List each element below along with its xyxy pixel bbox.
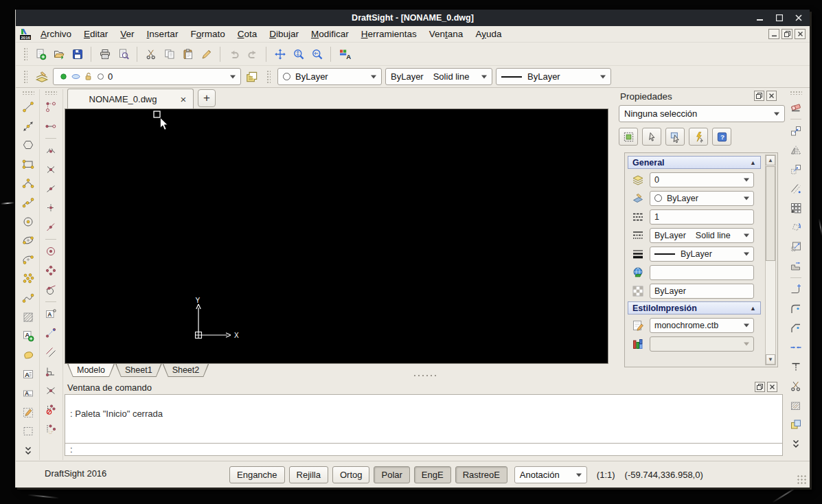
scroll-down-icon[interactable]: ▼ [766, 354, 775, 365]
menu-cota[interactable]: Cota [231, 27, 264, 41]
smart-note-icon[interactable]: A [21, 329, 36, 344]
new-file-button[interactable] [31, 45, 49, 63]
midpoint-icon[interactable] [43, 181, 58, 196]
quadrant-points-icon[interactable] [43, 263, 58, 278]
redo-button[interactable] [243, 45, 262, 63]
snap-disable-icon[interactable] [43, 402, 58, 417]
mdi-close-icon[interactable] [795, 29, 806, 39]
format-painter-icon[interactable] [199, 47, 214, 62]
edit-annotation-icon[interactable] [21, 405, 36, 420]
toolbar-grip[interactable] [790, 91, 802, 95]
scale-icon[interactable] [788, 239, 803, 254]
ellipse-arc-icon[interactable] [21, 252, 36, 267]
sheet-tab-modelo[interactable]: Modelo [67, 364, 115, 377]
line-icon[interactable] [21, 100, 36, 115]
redo-icon[interactable] [245, 47, 260, 62]
perpendicular-foot-icon[interactable] [43, 201, 58, 216]
snap-from-icon[interactable]: ☞ [43, 422, 58, 437]
lineweight-field[interactable]: ByLayer [650, 247, 754, 262]
copy-button[interactable] [160, 45, 179, 63]
menu-ver[interactable]: Ver [114, 27, 140, 41]
toggle-rastreoe[interactable]: RastreoE [455, 466, 507, 483]
simple-note-icon[interactable]: A [21, 386, 36, 401]
line-color-dropdown[interactable]: ByLayer [277, 68, 382, 85]
quick-select-button[interactable] [689, 128, 708, 146]
close-panel-icon[interactable] [766, 91, 777, 101]
paste-icon[interactable] [181, 47, 196, 62]
pan-icon[interactable] [273, 47, 288, 62]
menu-ventana[interactable]: Ventana [423, 27, 470, 41]
tangent-point-icon[interactable] [43, 282, 58, 297]
open-file-icon[interactable] [52, 47, 67, 62]
collapse-icon[interactable]: ▲ [750, 159, 756, 166]
stretch-icon[interactable] [788, 258, 803, 273]
intersection-snap-icon[interactable] [43, 383, 58, 398]
hatch-icon[interactable] [21, 310, 36, 325]
split-point-icon[interactable] [43, 143, 58, 158]
new-file-icon[interactable] [33, 47, 48, 62]
float-panel-icon[interactable] [755, 382, 765, 392]
center-point-icon[interactable] [43, 244, 58, 259]
extension-snap-icon[interactable] [43, 325, 58, 341]
toggle-enge[interactable]: EngE [414, 466, 451, 483]
transparency-field[interactable]: ByLayer [650, 284, 754, 299]
close-icon[interactable] [795, 14, 803, 22]
parallel-lines-icon[interactable] [43, 345, 58, 360]
copy-icon[interactable] [162, 47, 177, 62]
resize-grip[interactable] [797, 474, 806, 484]
edit-hatch-icon[interactable]: ☞ [788, 398, 803, 413]
paste-button[interactable] [179, 45, 197, 63]
menu-dibujar[interactable]: Dibujar [263, 27, 305, 41]
fillet-icon[interactable] [788, 301, 803, 317]
line-weight-dropdown[interactable]: ByLayer [496, 68, 611, 85]
collapse-icon[interactable]: ▲ [750, 305, 756, 312]
layer-field[interactable]: 0 [650, 172, 754, 187]
nearest-point-icon[interactable] [43, 220, 58, 235]
close-tab-icon[interactable]: × [178, 93, 189, 104]
help-button[interactable]: ? [712, 128, 731, 146]
close-panel-icon[interactable] [767, 382, 777, 392]
rectangle-icon[interactable] [21, 157, 36, 172]
save-icon[interactable] [70, 47, 85, 62]
offset-icon[interactable] [788, 181, 803, 196]
line-color-field[interactable]: ByLayer [650, 191, 754, 206]
circle-icon[interactable] [21, 214, 36, 229]
properties-scrollbar[interactable]: ▲ ▼ [765, 154, 776, 365]
cut-button[interactable] [141, 45, 160, 63]
line-style-dropdown[interactable]: ByLayer Solid line [385, 68, 492, 85]
print-preview-button[interactable] [114, 45, 133, 63]
new-tab-button[interactable]: + [198, 89, 216, 107]
toggle-ortog[interactable]: Ortog [332, 466, 370, 483]
infinite-line-icon[interactable] [21, 119, 36, 134]
more-icon[interactable] [788, 436, 803, 451]
eraser-icon[interactable] [788, 100, 803, 115]
save-button[interactable] [68, 45, 87, 63]
toolbar-grip[interactable] [22, 91, 34, 95]
join-icon[interactable] [788, 340, 803, 355]
sheet-tab-sheet2[interactable]: Sheet2 [163, 364, 209, 377]
drawing-canvas[interactable]: Y X [65, 108, 608, 364]
toolbar-grip[interactable] [23, 70, 27, 84]
note-icon[interactable]: A [21, 367, 36, 382]
float-panel-icon[interactable] [754, 91, 764, 101]
cut-icon[interactable] [144, 47, 159, 62]
spline-icon[interactable] [21, 195, 36, 210]
chamfer-icon[interactable] [788, 321, 803, 336]
layer-manager-icon[interactable] [34, 69, 49, 84]
menu-herramientas[interactable]: Herramientas [355, 27, 423, 41]
pattern-icon[interactable] [788, 201, 803, 216]
splitter-handle[interactable] [413, 374, 437, 377]
sheet-tab-sheet1[interactable]: Sheet1 [115, 364, 162, 377]
toolbar-grip[interactable] [266, 70, 271, 84]
copy-entity-icon[interactable] [788, 162, 803, 177]
print-button[interactable] [95, 45, 114, 63]
toggle-rejilla[interactable]: Rejilla [289, 466, 328, 483]
rotate-icon[interactable] [788, 220, 803, 235]
selection-dropdown[interactable]: Ninguna selección [619, 105, 785, 122]
print-colors-field[interactable] [650, 336, 754, 352]
zoom-dynamic-button[interactable] [289, 45, 308, 63]
linetype-field[interactable]: ByLayerSolid line [650, 228, 754, 243]
print-icon[interactable] [98, 47, 113, 62]
annotation-dropdown[interactable]: Anotación [514, 466, 587, 483]
pointer-mode-button[interactable] [642, 128, 661, 146]
